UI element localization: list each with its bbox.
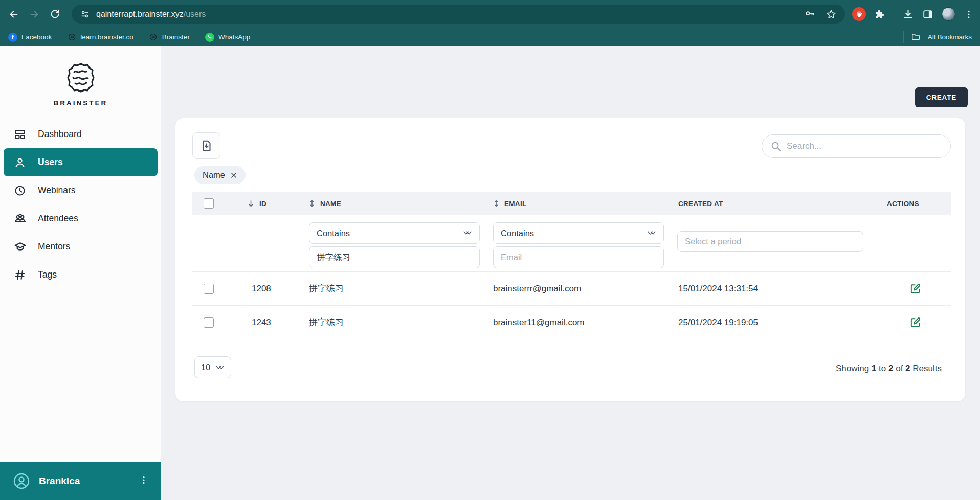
sidebar-item-dashboard[interactable]: Dashboard — [0, 120, 161, 148]
bookmark-label: Brainster — [162, 33, 190, 41]
column-header-email[interactable]: EMAIL — [489, 199, 673, 208]
url-text: qainterrapt.brainster.xyz/users — [96, 10, 206, 19]
address-bar[interactable]: qainterrapt.brainster.xyz/users — [72, 5, 845, 24]
cell-id: 1243 — [233, 317, 305, 328]
edit-icon[interactable] — [909, 316, 921, 328]
email-filter-input[interactable] — [493, 246, 664, 268]
graduation-cap-icon — [13, 240, 27, 253]
downloads-icon[interactable] — [902, 8, 914, 20]
toolbar-divider — [894, 8, 894, 20]
email-operator-select[interactable]: Contains — [493, 222, 664, 244]
create-button[interactable]: CREATE — [915, 87, 968, 107]
sidebar-item-users[interactable]: Users — [4, 148, 158, 176]
brainster-icon — [67, 33, 76, 42]
bookmark-learn-brainster[interactable]: learn.brainster.co — [67, 33, 133, 42]
clock-icon — [13, 185, 27, 197]
adblock-extension-icon[interactable] — [852, 7, 866, 21]
cell-name: 拼字练习 — [305, 316, 489, 328]
password-key-icon[interactable] — [804, 9, 815, 20]
filter-chip-name[interactable]: Name — [194, 166, 246, 184]
select-all-checkbox[interactable] — [204, 198, 214, 209]
file-download-icon — [200, 139, 213, 152]
export-button[interactable] — [192, 132, 220, 159]
brainster-logo-icon — [64, 61, 97, 94]
filter-chip-label: Name — [203, 170, 225, 180]
user-name: Brankica — [39, 475, 80, 487]
profile-avatar[interactable] — [942, 7, 955, 21]
chevron-down-icon — [463, 230, 472, 237]
sidebar-item-label: Webinars — [38, 185, 76, 196]
table-filter-row: Contains Contains — [192, 215, 951, 272]
user-icon — [13, 156, 27, 169]
bookmark-whatsapp[interactable]: WhatsApp — [205, 33, 250, 42]
chevron-down-icon — [215, 364, 225, 371]
sidebar-item-label: Tags — [38, 269, 57, 280]
all-bookmarks-button[interactable]: All Bookmarks — [928, 33, 972, 41]
name-operator-select[interactable]: Contains — [309, 222, 480, 244]
side-panel-icon[interactable] — [922, 9, 933, 20]
name-filter-input[interactable] — [309, 246, 480, 268]
sidebar-item-label: Mentors — [38, 241, 70, 252]
bookmarks-bar: f Facebook learn.brainster.co Brainster … — [0, 28, 980, 46]
sidebar-nav: Dashboard Users Webinars Attendees — [0, 120, 161, 289]
back-icon[interactable] — [5, 6, 23, 23]
select-row-checkbox[interactable] — [204, 317, 214, 328]
column-header-actions: ACTIONS — [873, 200, 951, 208]
users-card: Name ID — [175, 118, 966, 402]
sidebar-item-label: Users — [38, 157, 63, 168]
bookmark-brainster[interactable]: Brainster — [149, 33, 190, 42]
folder-icon — [911, 32, 921, 42]
bookmark-label: Facebook — [21, 33, 52, 41]
bookmark-star-icon[interactable] — [826, 9, 837, 20]
close-icon[interactable] — [230, 172, 237, 179]
facebook-icon: f — [8, 33, 17, 42]
table-header-row: ID NAME EMAIL CR — [192, 192, 951, 215]
people-icon — [13, 212, 27, 225]
sidebar-item-mentors[interactable]: Mentors — [0, 233, 161, 261]
sidebar-item-label: Dashboard — [38, 129, 82, 140]
search-input[interactable] — [787, 141, 942, 151]
bookmarks-divider — [903, 31, 904, 43]
cell-email: brainster11@gmail.com — [489, 317, 673, 328]
browser-menu-kebab-icon[interactable] — [964, 9, 974, 19]
browser-toolbar: qainterrapt.brainster.xyz/users — [0, 0, 980, 28]
table-row[interactable]: 1243 拼字练习 brainster11@gmail.com 25/01/20… — [192, 306, 951, 339]
current-user-bar[interactable]: Brankica — [0, 462, 161, 500]
sidebar-item-webinars[interactable]: Webinars — [0, 176, 161, 204]
sidebar-item-tags[interactable]: Tags — [0, 261, 161, 289]
edit-icon[interactable] — [909, 283, 921, 294]
browser-chrome: qainterrapt.brainster.xyz/users — [0, 0, 980, 46]
whatsapp-icon — [205, 33, 214, 42]
cell-name: 拼字练习 — [305, 283, 489, 294]
table-row[interactable]: 1208 拼字练习 brainsterrr@gmail.com 15/01/20… — [192, 272, 951, 306]
brand-logo: BRAINSTER — [0, 46, 161, 120]
sort-both-icon[interactable] — [309, 199, 315, 208]
period-filter-input[interactable] — [677, 231, 863, 252]
bookmark-facebook[interactable]: f Facebook — [8, 33, 52, 42]
select-row-checkbox[interactable] — [204, 284, 214, 294]
cell-created-at: 15/01/2024 13:31:54 — [673, 284, 873, 294]
main-content: CREATE Name — [161, 46, 980, 500]
sort-desc-icon[interactable] — [248, 200, 254, 208]
chevron-down-icon — [647, 230, 656, 237]
search-box — [762, 134, 951, 158]
sort-both-icon[interactable] — [493, 199, 499, 208]
page-size-select[interactable]: 10 — [194, 356, 231, 378]
column-header-name[interactable]: NAME — [305, 199, 489, 208]
results-summary: Showing 1 to 2 of 2 Results — [836, 363, 942, 374]
extensions-puzzle-icon[interactable] — [874, 9, 885, 20]
user-avatar-icon — [12, 472, 31, 490]
cell-email: brainsterrr@gmail.com — [489, 284, 673, 294]
sidebar-item-label: Attendees — [38, 213, 78, 224]
bookmark-label: learn.brainster.co — [80, 33, 133, 41]
users-table: ID NAME EMAIL CR — [192, 192, 951, 339]
reload-icon[interactable] — [46, 6, 63, 23]
sidebar-item-attendees[interactable]: Attendees — [0, 204, 161, 233]
forward-icon — [26, 6, 43, 23]
cell-id: 1208 — [233, 284, 305, 294]
brainster-icon — [149, 33, 158, 42]
hashtag-icon — [13, 269, 27, 281]
column-header-id[interactable]: ID — [233, 200, 305, 208]
tune-icon[interactable] — [80, 9, 90, 19]
user-menu-kebab-icon[interactable] — [139, 475, 149, 487]
